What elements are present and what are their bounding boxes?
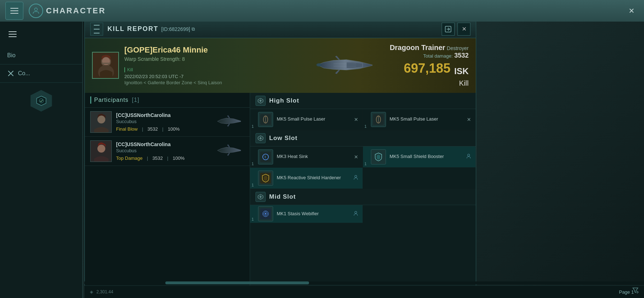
low-slot-items: 1 MK3 Heat Sink ✕ 1 <box>250 146 476 168</box>
mid-slot-items: 1 MK1 Stasis Webifier <box>250 205 476 223</box>
fitting-item: 1 MK3 Heat Sink ✕ <box>250 146 363 168</box>
participant-1-percent: 100% <box>168 126 180 132</box>
top-menu-button[interactable] <box>5 2 23 20</box>
svg-point-17 <box>97 145 105 153</box>
isk-label: ISK <box>454 66 469 76</box>
kill-report-header: KILL REPORT [ID:6822699] ⧉ ✕ <box>85 20 476 38</box>
item-icon <box>258 171 273 186</box>
victim-info: [GOPE]Erica46 Minnie Warp Scramble Stren… <box>124 45 310 85</box>
participant-2-stats: Top Damage | 3532 | 100% <box>116 155 216 161</box>
participant-2-percent: 100% <box>172 155 184 161</box>
top-bar: CHARACTER ✕ <box>0 0 644 22</box>
item-name: MK5 Small Shield Booster <box>390 154 444 160</box>
pilot-icon <box>466 154 471 160</box>
remove-item-icon[interactable]: ✕ <box>467 117 471 122</box>
top-close-button[interactable]: ✕ <box>624 4 639 18</box>
participant-1-stats: Final Blow | 3532 | 100% <box>116 126 216 132</box>
svg-marker-44 <box>633 288 638 293</box>
item-name: MK3 Heat Sink <box>277 154 308 160</box>
bottom-bar: ◈ 2,301.44 Page 1 › <box>84 285 644 298</box>
kill-location: Ignoitton < Gallente Border Zone < Sinq … <box>124 80 310 85</box>
sidebar-item-bio[interactable]: Bio <box>0 47 82 64</box>
svg-point-15 <box>97 116 105 123</box>
participant-1-info: [CC]USSNorthCarolina Succubus Final Blow… <box>116 112 216 132</box>
mid-slot-label: Mid Slot <box>269 193 296 200</box>
ship-silhouette <box>314 51 379 80</box>
sidebar-medals-section <box>0 83 82 119</box>
close-window-button[interactable]: ✕ <box>457 23 470 36</box>
item-qty: 1 <box>364 124 367 128</box>
svg-point-11 <box>317 63 322 67</box>
participant-1-avatar <box>90 111 112 133</box>
page-label: Page 1 <box>619 289 634 295</box>
remove-item-icon[interactable]: ✕ <box>354 154 358 160</box>
medal-hexagon <box>31 90 52 112</box>
participants-title: Participants [1] <box>94 97 139 103</box>
fitting-panel[interactable]: High Slot 1 MK5 Small Pulse Laser ✕ <box>250 93 476 294</box>
item-name: MK5 Small Pulse Laser <box>390 116 438 122</box>
copy-id-icon[interactable]: ⧉ <box>192 26 195 32</box>
main-content: Participants [1] [CC]USSNorthCarolina <box>85 93 476 294</box>
low-slot-label: Low Slot <box>269 135 298 142</box>
svg-point-0 <box>34 8 37 11</box>
participant-2-info: [CC]USSNorthCarolina Succubus Top Damage… <box>116 141 216 161</box>
high-slot-icon <box>256 96 266 106</box>
participants-header: Participants [1] <box>85 93 250 108</box>
window-title: KILL REPORT <box>107 25 158 33</box>
fitting-item: 1 MK5 Small Pulse Laser ✕ <box>250 109 363 130</box>
character-icon <box>29 4 43 18</box>
mid-slot-header: Mid Slot <box>250 189 476 205</box>
app-title: CHARACTER <box>46 6 106 15</box>
high-slot-header: High Slot <box>250 93 476 109</box>
participants-accent <box>90 96 91 104</box>
item-qty: 1 <box>252 162 254 166</box>
top-damage-tag: Top Damage <box>116 155 143 161</box>
victim-stats: Dragoon Trainer Destroyer Total damage: … <box>390 44 469 87</box>
remove-item-icon[interactable]: ✕ <box>354 117 358 122</box>
item-qty: 1 <box>252 183 254 187</box>
participant-1-name: [CC]USSNorthCarolina <box>116 112 216 118</box>
item-icon <box>258 149 273 164</box>
swords-icon <box>7 70 14 77</box>
svg-point-35 <box>355 175 357 177</box>
item-icon <box>371 149 386 164</box>
low-slot-icon <box>256 133 266 143</box>
ship-class: Destroyer <box>447 45 469 51</box>
wallet-icon: ◈ <box>90 289 93 294</box>
item-icon <box>371 112 386 127</box>
export-button[interactable] <box>442 23 455 36</box>
sidebar-menu-button[interactable] <box>4 25 22 43</box>
bottom-amount: ◈ 2,301.44 <box>90 289 113 294</box>
empty-slot <box>363 168 476 189</box>
svg-rect-10 <box>102 63 110 64</box>
kill-datetime: 2022/02/23 20:52:03 UTC -7 <box>124 74 310 79</box>
sidebar-hamburger-icon <box>9 31 17 37</box>
final-blow-tag: Final Blow <box>116 126 138 132</box>
low-slot-extra-items: 1 MK5 Reactive Shield Hardener <box>250 168 476 189</box>
sidebar-item-combat[interactable]: Co... <box>0 64 82 83</box>
header-actions: ✕ <box>442 23 470 36</box>
ship-name: Dragoon Trainer <box>390 44 445 51</box>
item-qty: 1 <box>252 217 254 221</box>
participant-2-damage: 3532 <box>152 155 163 161</box>
high-slot-label: High Slot <box>269 97 299 104</box>
left-sidebar: Bio Co... <box>0 22 83 298</box>
participant-1-damage: 3532 <box>147 126 158 132</box>
filter-button[interactable] <box>632 287 639 295</box>
window-menu-button[interactable] <box>90 23 103 36</box>
total-damage-label: Total damage: <box>423 53 453 59</box>
item-name: MK5 Small Pulse Laser <box>277 116 325 122</box>
participant-2-name: [CC]USSNorthCarolina <box>116 141 216 147</box>
svg-point-42 <box>265 213 266 215</box>
victim-avatar <box>92 52 119 79</box>
low-slot-header: Low Slot <box>250 130 476 146</box>
kill-id: [ID:6822699] <box>161 26 190 32</box>
victim-panel: [GOPE]Erica46 Minnie Warp Scramble Stren… <box>85 38 476 93</box>
item-icon <box>258 206 273 221</box>
pilot-icon <box>353 211 358 217</box>
participant-1-ship: Succubus <box>116 119 216 124</box>
item-name: MK5 Reactive Shield Hardener <box>277 175 341 181</box>
scrollbar-thumb[interactable] <box>165 281 309 284</box>
kill-label: Kill <box>124 67 310 72</box>
fitting-item-highlighted: 1 MK1 Stasis Webifier <box>250 205 363 223</box>
